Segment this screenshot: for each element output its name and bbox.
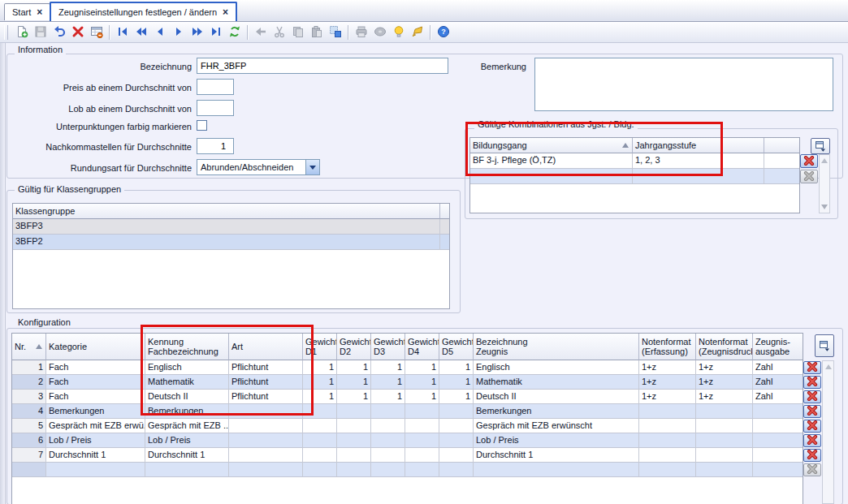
column-header-nr[interactable]: Nr. xyxy=(12,334,46,360)
column-header-filler[interactable] xyxy=(440,204,450,219)
toolbar-button-nav-prev[interactable] xyxy=(151,24,169,41)
table-cell: Deutsch II xyxy=(474,390,639,404)
table-row[interactable]: 1FachEnglischPflichtunt11111Englisch1+z1… xyxy=(12,360,803,375)
x-red-icon xyxy=(807,450,818,461)
information-group-title: Information xyxy=(15,45,66,54)
table-row[interactable]: 3BFP2 xyxy=(13,235,449,250)
lob-field[interactable] xyxy=(197,100,234,116)
toolbar-button-form-settings[interactable] xyxy=(88,24,106,41)
bemerkung-textarea[interactable] xyxy=(534,58,833,111)
nachkommastellen-field[interactable] xyxy=(197,138,234,154)
table-cell: 1 xyxy=(405,390,439,404)
table-cell xyxy=(405,419,439,433)
delete-row-button[interactable] xyxy=(800,154,818,168)
tab-zeugniseinstellungen[interactable]: Zeugniseinstellungen festlegen / ändern … xyxy=(50,2,237,21)
table-row[interactable]: 7Durchschnitt 1Durchschnitt 1Durchschnit… xyxy=(12,448,803,463)
delete-row-button[interactable] xyxy=(803,434,821,447)
preis-field[interactable] xyxy=(197,79,234,95)
toolbar-button-nav-next[interactable] xyxy=(170,24,188,41)
table-row[interactable]: 4BemerkungenBemerkungenBemerkungen xyxy=(12,404,803,419)
table-cell xyxy=(440,219,450,235)
table-row[interactable]: 6Lob / PreisLob / PreisLob / Preis xyxy=(12,433,803,448)
table-cell: Fach xyxy=(46,390,145,404)
tab-close-icon[interactable]: × xyxy=(223,8,228,16)
toolbar-button-help[interactable]: ? xyxy=(435,24,452,41)
table-cell xyxy=(753,433,803,448)
column-header-d1[interactable]: Gewicht D1 xyxy=(303,334,337,360)
table-cell: Englisch xyxy=(474,360,639,375)
column-header-filler[interactable] xyxy=(764,138,800,153)
delete-row-button[interactable] xyxy=(803,420,821,433)
column-header-kennung[interactable]: Kennung Fachbezeichnung xyxy=(145,334,229,360)
notify-bell-icon xyxy=(411,25,424,40)
toolbar-button-refresh[interactable] xyxy=(226,24,244,41)
delete-row-button[interactable] xyxy=(803,361,821,374)
tab-start[interactable]: Start × xyxy=(4,3,50,20)
column-header-name[interactable]: Klassengruppe xyxy=(13,204,440,219)
toolbar-button-select-region[interactable] xyxy=(327,24,344,41)
table-cell xyxy=(753,448,803,463)
column-chooser-icon xyxy=(819,340,830,351)
column-header-d2[interactable]: Gewicht D2 xyxy=(337,334,371,360)
column-header-nf_erfassung[interactable]: Notenformat (Erfassung) xyxy=(639,334,696,360)
table-cell: Lob / Preis xyxy=(474,433,639,448)
delete-row-button[interactable] xyxy=(803,449,821,462)
table-cell: 1+z xyxy=(696,375,753,390)
column-header-bezeichnung[interactable]: Bezeichnung Zeugnis xyxy=(474,334,639,360)
toolbar-button-nav-last[interactable] xyxy=(207,24,225,41)
table-cell: 1 xyxy=(371,360,405,375)
table-row[interactable]: 3BFP3 xyxy=(13,219,449,235)
delete-row-button[interactable] xyxy=(803,405,821,418)
chevron-down-icon[interactable] xyxy=(305,160,319,174)
column-header-ausgabe[interactable]: Zeugnis- ausgabe xyxy=(753,334,803,360)
table-cell xyxy=(633,169,764,184)
scroll-down-icon[interactable] xyxy=(821,205,828,209)
toolbar-button-nav-next-page[interactable] xyxy=(188,24,206,41)
column-header-kategorie[interactable]: Kategorie xyxy=(46,334,145,360)
unterpunktungen-checkbox[interactable] xyxy=(197,120,207,131)
column-header-art[interactable]: Art xyxy=(229,334,303,360)
toolbar-grip[interactable] xyxy=(4,25,8,40)
table-cell: 5 xyxy=(12,419,46,433)
column-header-jahrgangsstufe[interactable]: Jahrgangsstufe xyxy=(633,138,764,153)
table-cell xyxy=(440,235,450,250)
table-row[interactable] xyxy=(470,169,799,184)
hint-bulb-icon xyxy=(392,25,405,40)
table-cell xyxy=(337,419,371,433)
column-header-bildungsgang[interactable]: Bildungsgang xyxy=(470,138,633,153)
rundungsart-select[interactable]: Abrunden/Abschneiden xyxy=(197,159,320,175)
table-row[interactable]: 3FachDeutsch IIPflichtunt11111Deutsch II… xyxy=(12,390,803,404)
column-header-d3[interactable]: Gewicht D3 xyxy=(371,334,405,360)
toolbar-button-delete-record[interactable] xyxy=(69,24,87,41)
konfiguration-scrollbar[interactable] xyxy=(822,360,834,504)
delete-row-button[interactable] xyxy=(803,376,821,389)
toolbar-button-save xyxy=(32,24,50,41)
column-chooser-button[interactable] xyxy=(815,334,834,357)
x-red-icon xyxy=(807,406,818,417)
toolbar-button-undo[interactable] xyxy=(50,24,68,41)
kombinationen-group-title: Gültige Kombinationen aus Jgst. / Bldg. xyxy=(474,119,638,129)
toolbar-button-hint-bulb[interactable] xyxy=(390,24,408,41)
column-chooser-button[interactable] xyxy=(811,138,830,154)
table-row[interactable] xyxy=(12,463,803,477)
table-cell xyxy=(145,463,229,477)
scroll-up-icon[interactable] xyxy=(821,158,828,163)
scroll-up-icon[interactable] xyxy=(825,364,832,369)
toolbar-button-notify-bell[interactable] xyxy=(409,24,426,41)
tab-close-icon[interactable]: × xyxy=(37,8,42,16)
column-header-nf_druck[interactable]: Notenformat (Zeugnisdruck) xyxy=(696,334,753,360)
column-header-d4[interactable]: Gewicht D4 xyxy=(405,334,439,360)
unterpunktungen-label: Unterpunktungen farbig markieren xyxy=(21,122,192,131)
kombinationen-table: BildungsgangJahrgangsstufeBF 3-j. Pflege… xyxy=(469,137,800,213)
delete-row-button[interactable] xyxy=(803,390,821,403)
table-row[interactable]: BF 3-j. Pflege (Ö,TZ)1, 2, 3 xyxy=(470,153,799,169)
toolbar-button-nav-prev-page[interactable] xyxy=(132,24,150,41)
kombinationen-scrollbar[interactable] xyxy=(819,154,830,213)
table-row[interactable]: 5Gespräch mit EZB erwü...Gespräch mit EZ… xyxy=(12,419,803,433)
column-header-d5[interactable]: Gewicht D5 xyxy=(439,334,474,360)
nav-prev-page-icon xyxy=(135,25,148,40)
toolbar-button-nav-first[interactable] xyxy=(114,24,132,41)
table-cell: 1+z xyxy=(696,390,753,404)
toolbar-button-new-record[interactable] xyxy=(13,24,31,41)
table-row[interactable]: 2FachMathematikPflichtunt11111Mathematik… xyxy=(12,375,803,390)
